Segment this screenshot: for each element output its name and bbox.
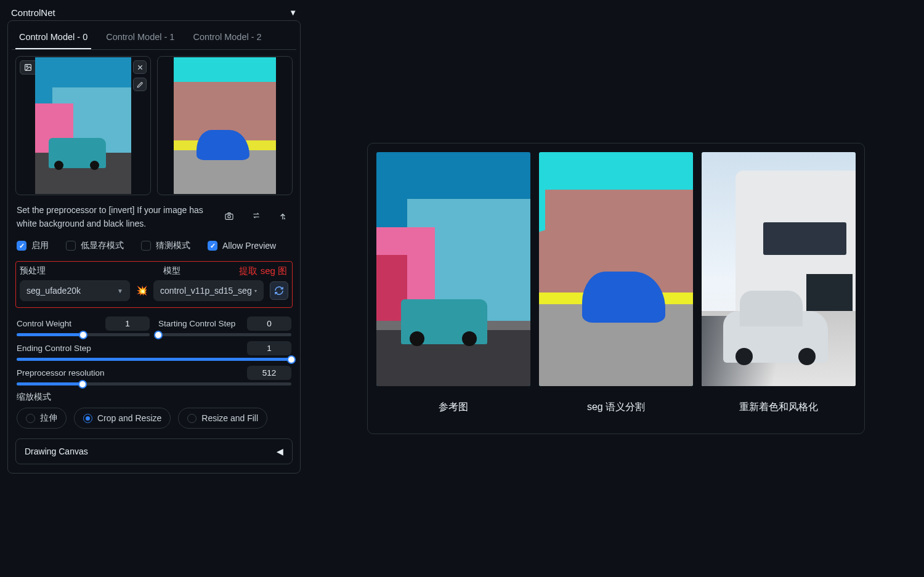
preprocessor-section: 预处理 模型 提取 seg 图 seg_ufade20k ▼ 💥 control…	[15, 261, 293, 308]
preprocessor-select[interactable]: seg_ufade20k ▼	[20, 280, 130, 301]
slider-start-step[interactable]: Starting Control Step 0	[158, 317, 291, 336]
tab-0[interactable]: Control Model - 0	[15, 28, 91, 49]
model-label: 模型	[163, 265, 180, 276]
gallery-caption-0: 参考图	[439, 395, 468, 425]
draw-button[interactable]	[133, 78, 147, 91]
checkbox-guess[interactable]: 猜测模式	[141, 240, 190, 251]
clear-button[interactable]	[133, 60, 147, 74]
chevron-left-icon: ◀	[277, 446, 283, 456]
chevron-down-icon: ▾	[254, 288, 257, 294]
input-image-card[interactable]: 图像	[15, 56, 151, 195]
slider-control-weight[interactable]: Control Weight 1	[17, 317, 150, 336]
notice-text: Set the preprocessor to [invert] If your…	[17, 204, 217, 230]
radio-resize-1[interactable]: Crop and Resize	[74, 408, 171, 429]
gallery: 参考图 seg 语义分割 重新着色和风格化	[367, 143, 865, 434]
drawing-canvas-toggle[interactable]: Drawing Canvas ◀	[15, 438, 293, 464]
checkbox-lowvram[interactable]: 低显存模式	[66, 240, 124, 251]
tabs: Control Model - 0 Control Model - 1 Cont…	[12, 25, 296, 50]
checkbox-enable[interactable]: 启用	[17, 240, 49, 251]
tab-1[interactable]: Control Model - 1	[102, 28, 178, 49]
panel-title: ControlNet	[11, 7, 55, 18]
model-select[interactable]: control_v11p_sd15_seg ▾	[153, 280, 264, 301]
checkbox-allow-preview[interactable]: Allow Preview	[208, 241, 276, 251]
radio-resize-0[interactable]: 拉伸	[17, 408, 67, 429]
radio-resize-2[interactable]: Resize and Fill	[178, 408, 267, 429]
preview-image-card[interactable]	[157, 56, 293, 195]
gallery-image-reference	[376, 152, 530, 386]
refresh-model-button[interactable]	[270, 281, 288, 300]
gallery-caption-1: seg 语义分割	[587, 395, 645, 425]
gallery-image-generated	[702, 152, 856, 386]
swap-icon[interactable]	[251, 211, 262, 223]
panel-collapse-icon[interactable]: ▼	[289, 8, 297, 17]
gallery-image-seg	[539, 152, 693, 386]
resize-mode-label: 缩放模式	[17, 392, 291, 403]
camera-icon[interactable]	[224, 211, 235, 223]
send-up-icon[interactable]	[278, 211, 288, 223]
svg-point-3	[228, 216, 230, 218]
gallery-caption-2: 重新着色和风格化	[739, 395, 818, 425]
tab-2[interactable]: Control Model - 2	[189, 28, 265, 49]
slider-end-step[interactable]: Ending Control Step 1	[17, 341, 291, 361]
slider-pp-resolution[interactable]: Preprocessor resolution 512	[17, 366, 291, 385]
run-preprocessor-button[interactable]: 💥	[136, 285, 147, 296]
annotation-extract-seg: 提取 seg 图	[239, 265, 288, 279]
svg-point-1	[26, 66, 28, 67]
image-icon	[24, 63, 32, 71]
chevron-down-icon: ▼	[117, 288, 123, 294]
preprocessor-label: 预处理	[20, 265, 145, 276]
